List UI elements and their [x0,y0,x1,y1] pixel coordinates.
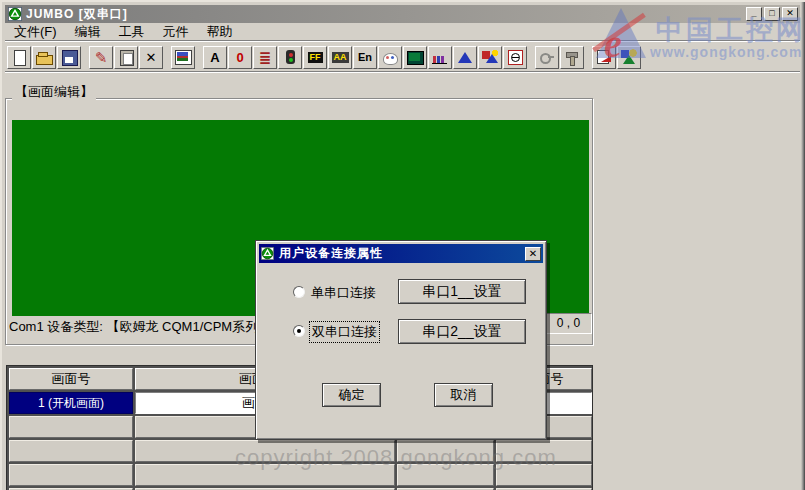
dialog-title-bar[interactable]: 用户设备连接属性 ✕ [259,244,543,263]
traffic-light-icon[interactable] [278,46,302,69]
font-tool-icon: En [358,52,372,63]
connection-properties-dialog: 用户设备连接属性 ✕ 单串口连接 串口1__设置 双串口连接 串口2__设置 确… [255,240,547,440]
clock-icon[interactable] [503,46,527,69]
window-title: JUMBO [双串口] [26,6,128,23]
title-bar[interactable]: JUMBO [双串口] _□✕ [5,5,800,23]
edit-pen-icon[interactable]: ✎ [89,46,113,69]
cursor-coordinates: 0 , 0 [545,313,592,334]
export-icon [595,49,613,65]
palette-shapes-icon [620,49,638,65]
window-right-border [801,2,805,490]
clock-icon [506,49,524,65]
delete-icon: ✕ [146,51,157,64]
paste-icon[interactable] [114,46,138,69]
led-display-icon[interactable]: AA [328,46,352,69]
ok-button[interactable]: 确定 [322,383,381,407]
menu-item-4[interactable]: 帮助 [198,22,242,42]
screen-image-icon [174,49,192,65]
maximize-button[interactable]: □ [764,7,780,21]
shapes-tool-icon [481,49,499,65]
cancel-button[interactable]: 取消 [434,383,493,407]
table-cell-r3-c2[interactable] [397,464,494,486]
single-serial-label[interactable]: 单串口连接 [311,284,376,302]
table-cell-r2-c2[interactable] [397,440,494,462]
text-tool-icon: A [210,51,219,64]
table-header-col0: 画面号 [9,368,133,390]
traffic-light-icon [281,49,299,65]
screen-monitor-icon [406,49,424,65]
led-display-icon: AA [332,52,349,63]
triangle-tool-icon[interactable] [453,46,477,69]
bar-chart-icon [431,49,449,65]
text-tool-icon[interactable]: A [203,46,227,69]
table-cell-r2-c3[interactable] [496,440,592,462]
menu-item-1[interactable]: 编辑 [66,22,110,42]
ellipse-tool-icon[interactable]: 0 [228,46,252,69]
palette-shapes-icon[interactable] [617,46,641,69]
function-key-icon: FF [308,52,323,63]
table-cell-r1-c0[interactable] [9,416,133,438]
table-cell-r2-c1[interactable] [135,440,395,462]
new-file-icon[interactable] [7,46,31,69]
dialog-icon [261,247,274,260]
table-cell-r3-c3[interactable] [496,464,592,486]
menu-item-2[interactable]: 工具 [110,22,154,42]
paste-icon [117,49,135,65]
bar-chart-icon[interactable] [428,46,452,69]
list-tool-icon: ≣ [259,50,272,65]
export-icon[interactable] [592,46,616,69]
triangle-tool-icon [456,49,474,65]
dual-serial-label[interactable]: 双串口连接 [310,322,379,342]
minimize-button[interactable]: _ [746,7,762,21]
new-file-icon [10,49,28,65]
app-icon [8,7,22,21]
port1-settings-button[interactable]: 串口1__设置 [398,279,526,304]
window-controls: _□✕ [746,7,798,21]
single-serial-radio[interactable] [293,286,305,298]
table-cell-r3-c1[interactable] [135,464,395,486]
bitmap-cat-icon[interactable] [378,46,402,69]
key-icon [538,49,556,65]
font-tool-icon[interactable]: En [353,46,377,69]
hammer-icon[interactable] [560,46,584,69]
save-icon [60,49,78,65]
group-label-screen-edit: 【画面编辑】 [12,83,96,101]
menu-item-3[interactable]: 元件 [154,22,198,42]
close-button[interactable]: ✕ [782,7,798,21]
menu-item-0[interactable]: 文件(F) [5,22,66,42]
table-cell-r2-c0[interactable] [9,440,133,462]
shapes-tool-icon[interactable] [478,46,502,69]
table-cell-r0-c0[interactable]: 1 (开机画面) [9,392,133,414]
open-folder-icon[interactable] [32,46,56,69]
menu-bar: 文件(F)编辑工具元件帮助 [5,23,800,41]
edit-pen-icon: ✎ [95,50,108,65]
screen-image-icon[interactable] [171,46,195,69]
toolbar: ✎✕A0≣FFAAEn [5,43,800,72]
dialog-close-button[interactable]: ✕ [525,247,541,261]
table-cell-r3-c0[interactable] [9,464,133,486]
bitmap-cat-icon [381,49,399,65]
device-type-status: Com1 设备类型: 【欧姆龙 CQM1/CPM系列】 [9,318,271,336]
dual-serial-radio[interactable] [293,325,305,337]
open-folder-icon [35,49,53,65]
key-icon[interactable] [535,46,559,69]
hammer-icon [563,49,581,65]
screen-monitor-icon[interactable] [403,46,427,69]
ellipse-tool-icon: 0 [236,51,243,64]
port2-settings-button[interactable]: 串口2__设置 [398,319,526,344]
app-window: JUMBO [双串口] _□✕ 文件(F)编辑工具元件帮助 ✎✕A0≣FFAAE… [0,0,805,490]
list-tool-icon[interactable]: ≣ [253,46,277,69]
delete-icon[interactable]: ✕ [139,46,163,69]
dialog-title: 用户设备连接属性 [279,245,383,262]
function-key-icon[interactable]: FF [303,46,327,69]
save-icon[interactable] [57,46,81,69]
